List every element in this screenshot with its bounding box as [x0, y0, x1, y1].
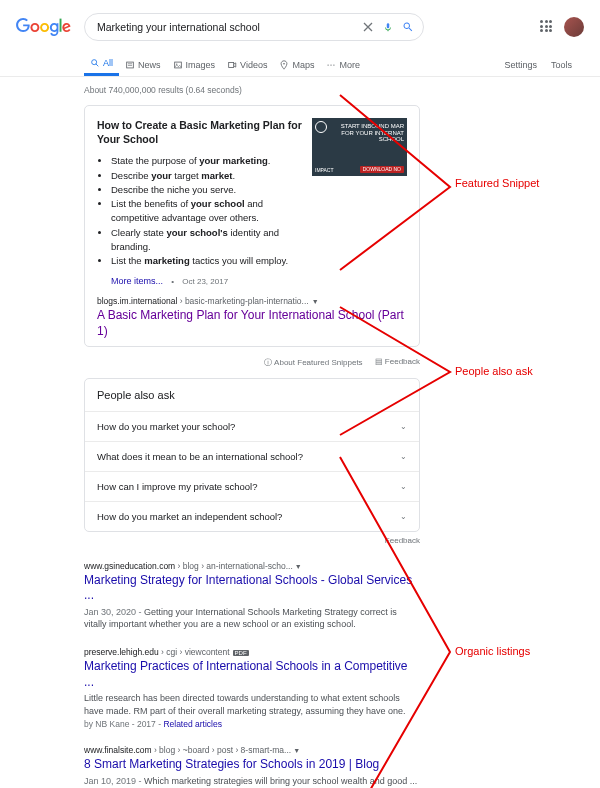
chevron-down-icon: ⌄	[400, 482, 407, 491]
mic-icon[interactable]	[381, 20, 395, 34]
more-items-link[interactable]: More items...	[111, 276, 163, 286]
tools-link[interactable]: Tools	[551, 60, 572, 70]
svg-point-9	[328, 64, 329, 65]
svg-rect-2	[127, 62, 134, 68]
annotation-label: Organic listings	[455, 645, 530, 657]
svg-rect-5	[174, 62, 181, 68]
search-input[interactable]	[97, 21, 355, 33]
paa-question[interactable]: What does it mean to be an international…	[85, 441, 419, 471]
svg-point-10	[331, 64, 332, 65]
search-result: www.finalsite.com › blog › ~board › post…	[84, 745, 420, 788]
paa-question[interactable]: How do you market an independent school?…	[85, 501, 419, 531]
apps-icon[interactable]	[540, 20, 554, 34]
paa-feedback[interactable]: Feedback	[84, 536, 420, 545]
result-link[interactable]: Marketing Practices of International Sch…	[84, 659, 420, 690]
search-result: preserve.lehigh.edu › cgi › viewcontentP…	[84, 647, 420, 729]
svg-rect-7	[229, 62, 234, 67]
tab-news[interactable]: News	[119, 53, 167, 76]
tabs-row: All News Images Videos Maps More Setting…	[0, 53, 600, 77]
google-logo[interactable]	[16, 18, 71, 37]
tab-all[interactable]: All	[84, 53, 119, 76]
related-articles-link[interactable]: Related articles	[163, 719, 222, 729]
annotation-label: People also ask	[455, 365, 533, 377]
snippet-feedback[interactable]: ▤ Feedback	[375, 357, 420, 368]
result-link[interactable]: Marketing Strategy for International Sch…	[84, 573, 420, 604]
paa-question[interactable]: How do you market your school?⌄	[85, 411, 419, 441]
about-featured-snippets[interactable]: ⓘ About Featured Snippets	[264, 357, 362, 368]
snippet-bullet: Describe the niche you serve.	[111, 183, 304, 197]
result-link[interactable]: 8 Smart Marketing Strategies for Schools…	[84, 757, 420, 773]
paa-question[interactable]: How can I improve my private school?⌄	[85, 471, 419, 501]
search-box[interactable]	[84, 13, 424, 41]
featured-snippet-title: How to Create a Basic Marketing Plan for…	[97, 118, 304, 146]
featured-snippet-card: How to Create a Basic Marketing Plan for…	[84, 105, 420, 347]
snippet-result-link[interactable]: A Basic Marketing Plan for Your Internat…	[97, 308, 407, 339]
avatar[interactable]	[564, 17, 584, 37]
result-stats: About 740,000,000 results (0.64 seconds)	[84, 85, 420, 95]
snippet-bullet: Clearly state your school's identity and…	[111, 226, 304, 255]
snippet-bullet: Describe your target market.	[111, 169, 304, 183]
svg-point-8	[284, 62, 286, 64]
svg-line-1	[96, 64, 99, 67]
settings-link[interactable]: Settings	[504, 60, 537, 70]
people-also-ask-card: People also ask How do you market your s…	[84, 378, 420, 532]
tab-images[interactable]: Images	[167, 53, 222, 76]
chevron-down-icon: ⌄	[400, 512, 407, 521]
snippet-bullet: List the benefits of your school and com…	[111, 197, 304, 226]
clear-icon[interactable]	[361, 20, 375, 34]
snippet-date: Oct 23, 2017	[182, 277, 228, 286]
annotation-label: Featured Snippet	[455, 177, 539, 189]
search-result: www.gsineducation.com › blog › an-intern…	[84, 561, 420, 631]
snippet-bullet: List the marketing tactics you will empl…	[111, 254, 304, 268]
search-icon[interactable]	[401, 20, 415, 34]
paa-title: People also ask	[85, 379, 419, 411]
tab-videos[interactable]: Videos	[221, 53, 273, 76]
chevron-down-icon: ⌄	[400, 422, 407, 431]
tab-more[interactable]: More	[320, 53, 366, 76]
snippet-thumbnail[interactable]: START INBOUND MAR FOR YOUR INTERNAT SCHO…	[312, 118, 407, 176]
tab-maps[interactable]: Maps	[273, 53, 320, 76]
snippet-bullet: State the purpose of your marketing.	[111, 154, 304, 168]
chevron-down-icon: ⌄	[400, 452, 407, 461]
snippet-breadcrumb: blogs.im.international › basic-marketing…	[97, 296, 407, 306]
svg-point-11	[334, 64, 335, 65]
